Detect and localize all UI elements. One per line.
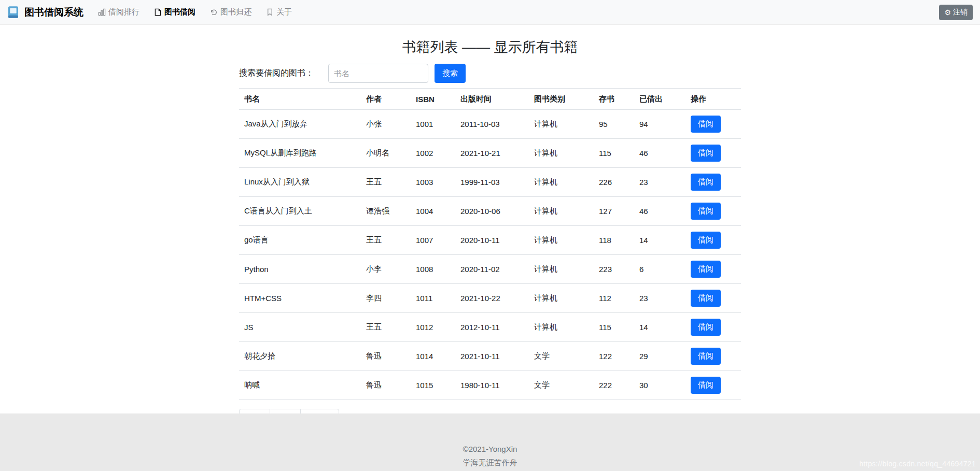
borrow-button[interactable]: 借阅 <box>691 319 721 336</box>
cell-author: 王五 <box>361 313 411 342</box>
borrow-button[interactable]: 借阅 <box>691 232 721 249</box>
borrow-icon <box>154 8 162 16</box>
cell-stock: 112 <box>594 284 634 313</box>
cell-book-title: MySQL从删库到跑路 <box>239 139 361 168</box>
navbar: 图书借阅系统 借阅排行 图书借阅 <box>0 0 980 25</box>
cell-action: 借阅 <box>685 371 741 400</box>
cell-stock: 118 <box>594 226 634 255</box>
cell-pubdate: 2011-10-03 <box>455 110 529 139</box>
table-row: JS 王五 1012 2012-10-11 计算机 115 14 借阅 <box>239 313 741 342</box>
books-table: 书名 作者 ISBN 出版时间 图书类别 存书 已借出 操作 Java从入门到放… <box>239 88 741 400</box>
col-header-pubdate: 出版时间 <box>455 89 529 110</box>
table-header-row: 书名 作者 ISBN 出版时间 图书类别 存书 已借出 操作 <box>239 89 741 110</box>
cell-pubdate: 2021-10-21 <box>455 139 529 168</box>
table-row: Java从入门到放弃 小张 1001 2011-10-03 计算机 95 94 … <box>239 110 741 139</box>
cell-book-title: HTM+CSS <box>239 284 361 313</box>
cell-action: 借阅 <box>685 284 741 313</box>
cell-pubdate: 1999-11-03 <box>455 168 529 197</box>
cell-action: 借阅 <box>685 255 741 284</box>
gear-icon: ⚙ <box>944 9 951 16</box>
borrow-button[interactable]: 借阅 <box>691 145 721 162</box>
nav-item-label: 借阅排行 <box>108 7 139 17</box>
cell-borrowed: 23 <box>634 168 685 197</box>
cell-book-title: Python <box>239 255 361 284</box>
cell-stock: 95 <box>594 110 634 139</box>
search-input[interactable] <box>328 64 428 83</box>
search-row: 搜索要借阅的图书： 搜索 <box>239 64 741 83</box>
borrow-button[interactable]: 借阅 <box>691 116 721 133</box>
table-row: 呐喊 鲁迅 1015 1980-10-11 文学 222 30 借阅 <box>239 371 741 400</box>
cell-borrowed: 46 <box>634 197 685 226</box>
table-row: MySQL从删库到跑路 小明名 1002 2021-10-21 计算机 115 … <box>239 139 741 168</box>
cell-action: 借阅 <box>685 139 741 168</box>
return-icon <box>210 8 218 16</box>
cell-isbn: 1007 <box>411 226 455 255</box>
cell-author: 鲁迅 <box>361 371 411 400</box>
cell-isbn: 1001 <box>411 110 455 139</box>
cell-action: 借阅 <box>685 313 741 342</box>
cell-category: 计算机 <box>529 226 594 255</box>
nav-item-about[interactable]: 关于 <box>266 7 292 17</box>
cell-author: 王五 <box>361 168 411 197</box>
cell-borrowed: 14 <box>634 226 685 255</box>
cell-author: 谭浩强 <box>361 197 411 226</box>
cell-borrowed: 30 <box>634 371 685 400</box>
cell-borrowed: 6 <box>634 255 685 284</box>
cell-borrowed: 29 <box>634 342 685 371</box>
nav-item-label: 图书归还 <box>220 7 251 17</box>
cell-action: 借阅 <box>685 168 741 197</box>
borrow-button[interactable]: 借阅 <box>691 290 721 307</box>
cell-book-title: go语言 <box>239 226 361 255</box>
logout-label: 注销 <box>953 8 968 17</box>
cell-action: 借阅 <box>685 197 741 226</box>
table-row: Linux从入门到入狱 王五 1003 1999-11-03 计算机 226 2… <box>239 168 741 197</box>
cell-stock: 222 <box>594 371 634 400</box>
cell-isbn: 1012 <box>411 313 455 342</box>
borrow-button[interactable]: 借阅 <box>691 261 721 278</box>
col-header-stock: 存书 <box>594 89 634 110</box>
borrow-button[interactable]: 借阅 <box>691 203 721 220</box>
search-button[interactable]: 搜索 <box>435 64 466 83</box>
cell-book-title: Linux从入门到入狱 <box>239 168 361 197</box>
cell-category: 计算机 <box>529 139 594 168</box>
cell-action: 借阅 <box>685 226 741 255</box>
cell-isbn: 1008 <box>411 255 455 284</box>
nav-item-borrow[interactable]: 图书借阅 <box>154 7 195 17</box>
cell-category: 计算机 <box>529 313 594 342</box>
cell-stock: 115 <box>594 139 634 168</box>
table-row: HTM+CSS 李四 1011 2021-10-22 计算机 112 23 借阅 <box>239 284 741 313</box>
brand[interactable]: 图书借阅系统 <box>6 5 83 19</box>
borrow-button[interactable]: 借阅 <box>691 348 721 365</box>
cell-pubdate: 2020-10-06 <box>455 197 529 226</box>
logout-button[interactable]: ⚙ 注销 <box>939 5 973 20</box>
borrow-button[interactable]: 借阅 <box>691 377 721 394</box>
brand-title: 图书借阅系统 <box>24 6 83 19</box>
nav-item-rank[interactable]: 借阅排行 <box>98 7 139 17</box>
nav-item-return[interactable]: 图书归还 <box>210 7 251 17</box>
table-row: C语言从入门到入土 谭浩强 1004 2020-10-06 计算机 127 46… <box>239 197 741 226</box>
cell-stock: 223 <box>594 255 634 284</box>
nav-item-label: 图书借阅 <box>164 7 195 17</box>
cell-isbn: 1002 <box>411 139 455 168</box>
nav-item-label: 关于 <box>276 7 292 17</box>
cell-stock: 115 <box>594 313 634 342</box>
footer: ©2021-YongXin 学海无涯苦作舟 https://blog.csdn.… <box>0 413 980 471</box>
col-header-author: 作者 <box>361 89 411 110</box>
main-content: 书籍列表 —— 显示所有书籍 搜索要借阅的图书： 搜索 书名 作者 ISBN 出… <box>239 38 741 428</box>
cell-borrowed: 94 <box>634 110 685 139</box>
table-row: go语言 王五 1007 2020-10-11 计算机 118 14 借阅 <box>239 226 741 255</box>
cell-pubdate: 1980-10-11 <box>455 371 529 400</box>
search-label: 搜索要借阅的图书： <box>239 68 314 79</box>
borrow-button[interactable]: 借阅 <box>691 174 721 191</box>
footer-motto: 学海无涯苦作舟 <box>0 456 980 469</box>
rank-icon <box>98 8 106 16</box>
cell-action: 借阅 <box>685 110 741 139</box>
cell-category: 计算机 <box>529 255 594 284</box>
col-header-action: 操作 <box>685 89 741 110</box>
page-title: 书籍列表 —— 显示所有书籍 <box>239 38 741 56</box>
col-header-category: 图书类别 <box>529 89 594 110</box>
col-header-borrowed: 已借出 <box>634 89 685 110</box>
cell-borrowed: 46 <box>634 139 685 168</box>
col-header-title: 书名 <box>239 89 361 110</box>
cell-author: 小明名 <box>361 139 411 168</box>
